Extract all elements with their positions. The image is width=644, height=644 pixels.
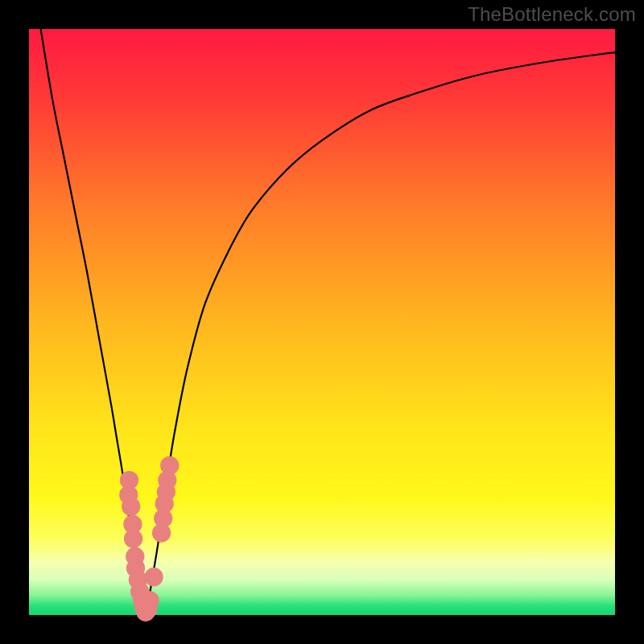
data-point	[144, 568, 163, 586]
data-point	[140, 591, 159, 609]
data-point	[160, 456, 179, 475]
bottleneck-chart	[0, 0, 644, 644]
data-point	[122, 497, 140, 516]
chart-frame: TheBottleneck.com	[0, 0, 644, 644]
data-point	[124, 530, 142, 548]
gradient-background	[29, 29, 615, 615]
watermark-text: TheBottleneck.com	[468, 3, 636, 26]
